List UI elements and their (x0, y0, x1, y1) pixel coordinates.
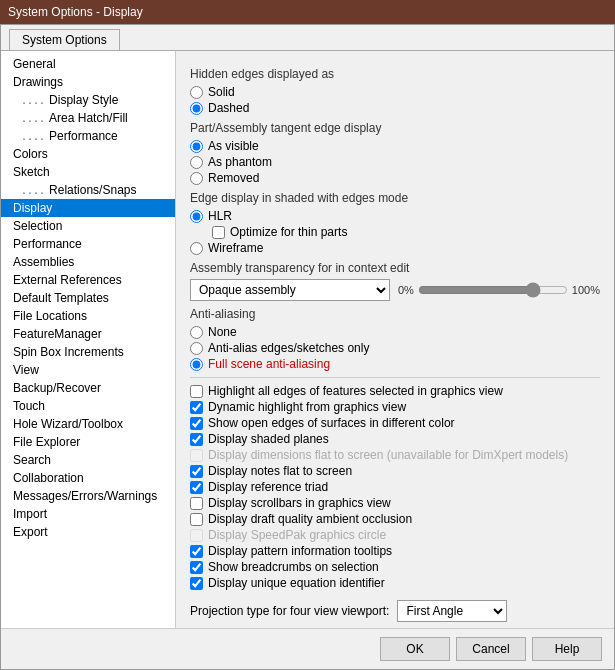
edge-wireframe-radio[interactable] (190, 242, 203, 255)
hidden-edges-group: Solid Dashed (190, 85, 600, 115)
tangent-as-phantom-row: As phantom (190, 155, 600, 169)
sidebar-item-file-explorer[interactable]: File Explorer (1, 433, 175, 451)
sidebar-item-collaboration[interactable]: Collaboration (1, 469, 175, 487)
anti-alias-edges-radio[interactable] (190, 342, 203, 355)
sidebar-item-general[interactable]: General (1, 55, 175, 73)
sidebar-item-assemblies[interactable]: Assemblies (1, 253, 175, 271)
sidebar-label-featuremanager: FeatureManager (13, 327, 102, 341)
dialog: System Options GeneralDrawings....Displa… (0, 24, 615, 670)
sidebar-label-colors: Colors (13, 147, 48, 161)
bottom-buttons: OK Cancel Help (1, 628, 614, 669)
checkbox-label-display-speedpak: Display SpeedPak graphics circle (208, 528, 386, 542)
sidebar-item-sketch[interactable]: Sketch (1, 163, 175, 181)
tangent-removed-radio[interactable] (190, 172, 203, 185)
slider-container: 0% 100% (398, 282, 600, 298)
transparency-label: Assembly transparency for in context edi… (190, 261, 600, 275)
checkbox-display-ref-triad[interactable] (190, 481, 203, 494)
sidebar-item-selection[interactable]: Selection (1, 217, 175, 235)
checkbox-row-dynamic-highlight: Dynamic highlight from graphics view (190, 400, 600, 414)
checkbox-show-open-edges[interactable] (190, 417, 203, 430)
divider1 (190, 377, 600, 378)
anti-alias-full-row: Full scene anti-aliasing (190, 357, 600, 371)
sidebar-label-default-templates: Default Templates (13, 291, 109, 305)
hidden-edges-dashed-label: Dashed (208, 101, 249, 115)
hidden-edges-solid-radio[interactable] (190, 86, 203, 99)
tab-bar: System Options (1, 25, 614, 51)
sidebar-label-display-style: Display Style (49, 93, 118, 107)
sidebar-item-export[interactable]: Export (1, 523, 175, 541)
edge-display-label: Edge display in shaded with edges mode (190, 191, 600, 205)
tangent-as-visible-radio[interactable] (190, 140, 203, 153)
ok-button[interactable]: OK (380, 637, 450, 661)
edge-optimize-label: Optimize for thin parts (230, 225, 347, 239)
tangent-as-visible-label: As visible (208, 139, 259, 153)
checkbox-highlight-edges[interactable] (190, 385, 203, 398)
sidebar-item-touch[interactable]: Touch (1, 397, 175, 415)
sidebar-item-import[interactable]: Import (1, 505, 175, 523)
system-options-tab[interactable]: System Options (9, 29, 120, 50)
anti-alias-none-radio[interactable] (190, 326, 203, 339)
sidebar-item-drawings[interactable]: Drawings (1, 73, 175, 91)
checkbox-display-notes-flat[interactable] (190, 465, 203, 478)
sidebar-item-file-locations[interactable]: File Locations (1, 307, 175, 325)
checkbox-display-dimensions-flat[interactable] (190, 449, 203, 462)
checkbox-display-scrollbars[interactable] (190, 497, 203, 510)
cancel-button[interactable]: Cancel (456, 637, 526, 661)
help-button[interactable]: Help (532, 637, 602, 661)
sidebar-item-search[interactable]: Search (1, 451, 175, 469)
sidebar-item-default-templates[interactable]: Default Templates (1, 289, 175, 307)
checkbox-display-pattern-tooltips[interactable] (190, 545, 203, 558)
sidebar-label-spin-box: Spin Box Increments (13, 345, 124, 359)
tangent-as-phantom-radio[interactable] (190, 156, 203, 169)
hidden-edges-dashed-radio[interactable] (190, 102, 203, 115)
sidebar-item-display[interactable]: Display (1, 199, 175, 217)
sidebar-item-area-hatch-fill[interactable]: ....Area Hatch/Fill (1, 109, 175, 127)
checkbox-dynamic-highlight[interactable] (190, 401, 203, 414)
checkbox-label-show-breadcrumbs: Show breadcrumbs on selection (208, 560, 379, 574)
edge-optimize-checkbox[interactable] (212, 226, 225, 239)
sidebar-item-performance[interactable]: Performance (1, 235, 175, 253)
transparency-row: Opaque assembly Maintain assembly transp… (190, 279, 600, 301)
anti-alias-full-radio[interactable] (190, 358, 203, 371)
sidebar-item-featuremanager[interactable]: FeatureManager (1, 325, 175, 343)
content-area: GeneralDrawings....Display Style....Area… (1, 51, 614, 628)
checkbox-show-breadcrumbs[interactable] (190, 561, 203, 574)
checkbox-row-highlight-edges: Highlight all edges of features selected… (190, 384, 600, 398)
sidebar-item-messages[interactable]: Messages/Errors/Warnings (1, 487, 175, 505)
sidebar-item-hole-wizard[interactable]: Hole Wizard/Toolbox (1, 415, 175, 433)
sidebar-label-selection: Selection (13, 219, 62, 233)
checkbox-label-display-unique-equation: Display unique equation identifier (208, 576, 385, 590)
checkbox-display-unique-equation[interactable] (190, 577, 203, 590)
anti-alias-none-row: None (190, 325, 600, 339)
projection-row: Projection type for four view viewport: … (190, 600, 600, 622)
checkbox-label-show-open-edges: Show open edges of surfaces in different… (208, 416, 455, 430)
sidebar-label-display: Display (13, 201, 52, 215)
sidebar-item-backup-recover[interactable]: Backup/Recover (1, 379, 175, 397)
sidebar-item-spin-box[interactable]: Spin Box Increments (1, 343, 175, 361)
checkbox-display-draft[interactable] (190, 513, 203, 526)
edge-wireframe-row: Wireframe (190, 241, 600, 255)
checkbox-row-display-notes-flat: Display notes flat to screen (190, 464, 600, 478)
checkbox-label-display-shaded: Display shaded planes (208, 432, 329, 446)
sidebar-item-external-references[interactable]: External References (1, 271, 175, 289)
sidebar-item-colors[interactable]: Colors (1, 145, 175, 163)
checkbox-row-display-shaded: Display shaded planes (190, 432, 600, 446)
sidebar-item-relations-snaps[interactable]: ....Relations/Snaps (1, 181, 175, 199)
checkbox-row-show-breadcrumbs: Show breadcrumbs on selection (190, 560, 600, 574)
transparency-dropdown[interactable]: Opaque assembly Maintain assembly transp… (190, 279, 390, 301)
transparency-slider[interactable] (418, 282, 568, 298)
sidebar-item-performance-sub[interactable]: ....Performance (1, 127, 175, 145)
hidden-edges-label: Hidden edges displayed as (190, 67, 600, 81)
sidebar-label-file-explorer: File Explorer (13, 435, 80, 449)
edge-hlr-radio[interactable] (190, 210, 203, 223)
checkbox-display-shaded[interactable] (190, 433, 203, 446)
sidebar-item-display-style[interactable]: ....Display Style (1, 91, 175, 109)
checkbox-label-display-dimensions-flat: Display dimensions flat to screen (unava… (208, 448, 568, 462)
sidebar-item-view[interactable]: View (1, 361, 175, 379)
projection-dropdown[interactable]: First Angle Third Angle (397, 600, 507, 622)
sidebar-label-general: General (13, 57, 56, 71)
checkbox-display-speedpak[interactable] (190, 529, 203, 542)
slider-min-label: 0% (398, 284, 414, 296)
checkbox-row-display-ref-triad: Display reference triad (190, 480, 600, 494)
checkbox-label-display-scrollbars: Display scrollbars in graphics view (208, 496, 391, 510)
